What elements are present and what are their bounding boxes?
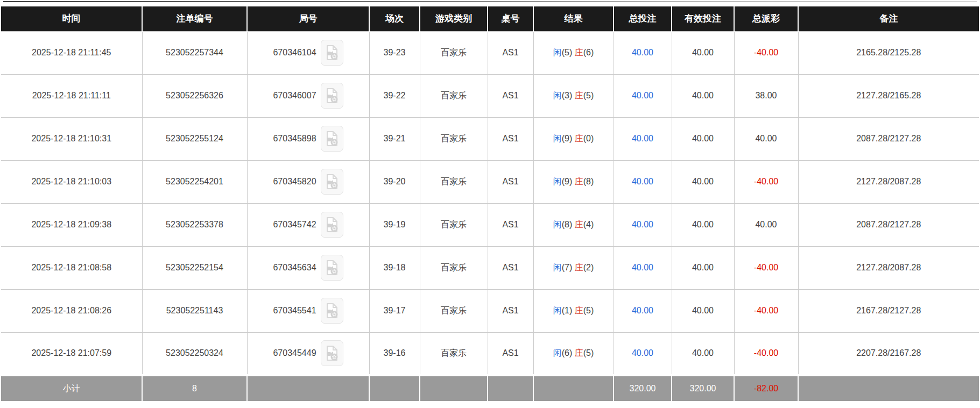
table-no-cell: AS1 (488, 160, 533, 203)
time-cell: 2025-12-18 21:08:58 (1, 246, 142, 289)
round-no-cell: 670345742 (247, 203, 369, 246)
note-cell: 2165.28/2125.28 (798, 31, 979, 74)
result-player-score: (1) (562, 306, 573, 315)
note-cell: 2127.28/2165.28 (798, 74, 979, 117)
subtotal-payout: -82.00 (734, 375, 798, 402)
col-header-valid-bet: 有效投注 (672, 6, 734, 31)
subtotal-valid-bet: 320.00 (672, 375, 734, 402)
bet-no-cell: 523052253378 (142, 203, 247, 246)
valid-bet-cell: 40.00 (672, 203, 734, 246)
round-no-cell: 670345541 (247, 289, 369, 332)
session-cell: 39-22 (369, 74, 420, 117)
video-replay-icon[interactable] (321, 340, 343, 366)
bet-no-cell: 523052250324 (142, 332, 247, 375)
game-cell: 百家乐 (420, 160, 488, 203)
table-no-cell: AS1 (488, 74, 533, 117)
video-replay-icon[interactable] (321, 126, 343, 152)
result-banker-score: (8) (583, 177, 594, 186)
payout-cell: -40.00 (734, 160, 798, 203)
time-cell: 2025-12-18 21:11:45 (1, 31, 142, 74)
subtotal-empty-table (488, 375, 533, 402)
session-cell: 39-20 (369, 160, 420, 203)
total-bet-cell: 40.00 (614, 31, 672, 74)
result-banker-score: (5) (583, 306, 594, 315)
total-bet-link[interactable]: 40.00 (632, 91, 653, 100)
total-bet-link[interactable]: 40.00 (632, 306, 653, 315)
bet-no-cell: 523052254201 (142, 160, 247, 203)
result-banker-score: (5) (583, 91, 594, 100)
session-cell: 39-16 (369, 332, 420, 375)
result-banker-label: 庄 (575, 91, 583, 100)
result-banker-label: 庄 (575, 220, 583, 229)
col-header-payout: 总派彩 (734, 6, 798, 31)
table-row: 2025-12-18 21:10:03 523052254201 6703458… (1, 160, 979, 203)
payout-cell: 40.00 (734, 203, 798, 246)
table-row: 2025-12-18 21:11:11 523052256326 6703460… (1, 74, 979, 117)
payout-cell: -40.00 (734, 246, 798, 289)
total-bet-link[interactable]: 40.00 (632, 48, 653, 57)
total-bet-cell: 40.00 (614, 117, 672, 160)
note-cell: 2087.28/2127.28 (798, 203, 979, 246)
result-banker-score: (4) (583, 220, 594, 229)
bet-no-cell: 523052252154 (142, 246, 247, 289)
result-player-score: (6) (562, 348, 573, 357)
subtotal-empty-game (420, 375, 488, 402)
bet-no-cell: 523052256326 (142, 74, 247, 117)
table-row: 2025-12-18 21:11:45 523052257344 6703461… (1, 31, 979, 74)
subtotal-total-bet: 320.00 (614, 375, 672, 402)
payout-cell: -40.00 (734, 31, 798, 74)
payout-cell: 40.00 (734, 117, 798, 160)
result-banker-label: 庄 (575, 48, 583, 57)
result-player-score: (3) (562, 91, 573, 100)
video-replay-icon[interactable] (321, 83, 343, 109)
result-cell: 闲(9) 庄(8) (533, 160, 614, 203)
result-player-score: (7) (562, 263, 573, 272)
result-banker-score: (5) (583, 348, 594, 357)
total-bet-link[interactable]: 40.00 (632, 348, 653, 357)
note-cell: 2167.28/2127.28 (798, 289, 979, 332)
total-bet-cell: 40.00 (614, 74, 672, 117)
round-no-cell: 670345820 (247, 160, 369, 203)
total-bet-link[interactable]: 40.00 (632, 177, 653, 186)
total-bet-link[interactable]: 40.00 (632, 134, 653, 143)
header-row: 时间 注单编号 局号 场次 游戏类别 桌号 结果 总投注 有效投注 总派彩 备注 (1, 6, 979, 31)
subtotal-empty-session (369, 375, 420, 402)
table-body: 2025-12-18 21:11:45 523052257344 6703461… (1, 31, 979, 375)
table-row: 2025-12-18 21:09:38 523052253378 6703457… (1, 203, 979, 246)
game-cell: 百家乐 (420, 246, 488, 289)
video-replay-icon[interactable] (321, 255, 343, 281)
total-bet-cell: 40.00 (614, 203, 672, 246)
table-no-cell: AS1 (488, 117, 533, 160)
table-row: 2025-12-18 21:10:31 523052255124 6703458… (1, 117, 979, 160)
result-cell: 闲(3) 庄(5) (533, 74, 614, 117)
round-no-text: 670345634 (273, 263, 316, 273)
table-row: 2025-12-18 21:08:26 523052251143 6703455… (1, 289, 979, 332)
round-no-text: 670345449 (273, 348, 316, 358)
total-bet-link[interactable]: 40.00 (632, 263, 653, 272)
total-bet-link[interactable]: 40.00 (632, 220, 653, 229)
result-player-score: (5) (562, 48, 573, 57)
result-player-label: 闲 (553, 91, 562, 100)
bet-history-table: 时间 注单编号 局号 场次 游戏类别 桌号 结果 总投注 有效投注 总派彩 备注… (1, 6, 979, 403)
total-bet-cell: 40.00 (614, 289, 672, 332)
result-banker-label: 庄 (575, 177, 583, 186)
session-cell: 39-18 (369, 246, 420, 289)
video-replay-icon[interactable] (321, 169, 343, 195)
result-player-score: (9) (562, 177, 573, 186)
video-replay-icon[interactable] (321, 212, 343, 238)
video-replay-icon[interactable] (321, 40, 343, 66)
top-divider (3, 1, 977, 2)
table-no-cell: AS1 (488, 332, 533, 375)
time-cell: 2025-12-18 21:09:38 (1, 203, 142, 246)
subtotal-empty-round (247, 375, 369, 402)
table-no-cell: AS1 (488, 289, 533, 332)
valid-bet-cell: 40.00 (672, 160, 734, 203)
round-no-cell: 670346104 (247, 31, 369, 74)
table-header: 时间 注单编号 局号 场次 游戏类别 桌号 结果 总投注 有效投注 总派彩 备注 (1, 6, 979, 31)
video-replay-icon[interactable] (321, 298, 343, 324)
subtotal-empty-result (533, 375, 614, 402)
total-bet-cell: 40.00 (614, 332, 672, 375)
col-header-bet-no: 注单编号 (142, 6, 247, 31)
session-cell: 39-23 (369, 31, 420, 74)
table-footer: 小计 8 320.00 320.00 -82.00 (1, 375, 979, 402)
